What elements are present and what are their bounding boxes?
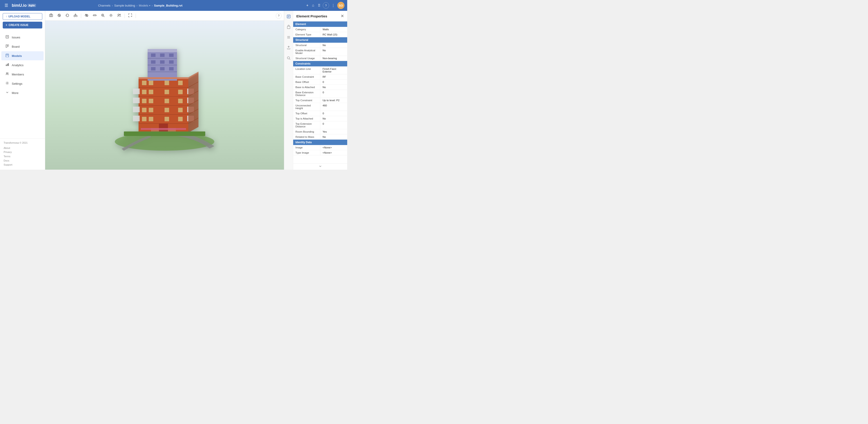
reset-button[interactable]	[64, 12, 71, 20]
collaboration-button[interactable]	[116, 12, 123, 20]
svg-rect-52	[149, 108, 153, 112]
svg-rect-51	[142, 108, 147, 112]
shapes-button[interactable]	[72, 12, 79, 20]
upload-tab[interactable]	[286, 44, 291, 53]
panel-expand-button[interactable]	[293, 163, 347, 170]
panel-close-button[interactable]: ✕	[341, 13, 344, 19]
sidebar-item-issues[interactable]: Issues	[1, 33, 43, 42]
add-button[interactable]: +	[305, 2, 310, 9]
svg-rect-55	[142, 117, 147, 121]
issues-icon	[5, 35, 9, 39]
svg-rect-57	[164, 117, 169, 121]
svg-rect-42	[178, 80, 183, 85]
svg-rect-43	[142, 90, 147, 94]
sidebar-item-board[interactable]: Board	[1, 42, 43, 51]
footer-about[interactable]: About	[4, 146, 41, 150]
settings-icon	[5, 81, 9, 86]
svg-rect-48	[149, 99, 153, 103]
svg-rect-21	[93, 15, 96, 16]
sidebar-label-analytics: Analytics	[12, 63, 24, 67]
svg-rect-92	[124, 131, 205, 136]
svg-rect-49	[164, 99, 169, 103]
footer-support[interactable]: Support	[4, 163, 41, 167]
svg-rect-41	[164, 80, 169, 85]
sidebar-item-members[interactable]: Members	[1, 70, 43, 79]
breadcrumb-channels[interactable]: Channels	[98, 4, 111, 7]
sidebar-label-models: Models	[12, 54, 22, 58]
screenshot-button[interactable]	[48, 12, 55, 20]
svg-rect-68	[148, 58, 177, 59]
help-button[interactable]: ?	[323, 2, 329, 8]
measure-button[interactable]	[91, 12, 98, 20]
svg-rect-78	[160, 67, 164, 70]
svg-rect-79	[169, 67, 174, 70]
building-tab[interactable]	[286, 23, 291, 32]
sidebar-item-more[interactable]: More	[1, 88, 43, 97]
prop-related-mass: Related to Mass No	[293, 134, 347, 140]
svg-rect-40	[149, 80, 153, 85]
upload-model-button[interactable]: ↑ UPLOAD MODEL	[3, 13, 42, 20]
footer-terms[interactable]: Terms	[4, 154, 41, 159]
svg-rect-3	[6, 45, 7, 47]
svg-rect-10	[8, 63, 9, 66]
prop-top-constraint: Top Constraint Up to level: P2	[293, 98, 347, 103]
home-button[interactable]: ⌂	[311, 2, 315, 9]
visibility-button[interactable]	[83, 12, 90, 20]
footer-docs[interactable]: Docs	[4, 159, 41, 163]
fullscreen-button[interactable]	[127, 12, 134, 20]
menu-hamburger[interactable]: ☰	[3, 2, 10, 9]
sidebar: ↑ UPLOAD MODEL + CREATE ISSUE Issues Boa…	[0, 11, 45, 170]
svg-point-101	[287, 57, 289, 59]
svg-rect-90	[138, 77, 188, 79]
sidebar-item-models[interactable]: Models	[1, 51, 43, 60]
explode-button[interactable]	[107, 12, 115, 20]
footer-privacy[interactable]: Privacy	[4, 150, 41, 154]
svg-point-30	[118, 14, 119, 15]
3d-viewer[interactable]	[45, 21, 284, 170]
svg-line-102	[289, 59, 290, 60]
viewer-area: ?	[45, 11, 284, 170]
sidebar-label-members: Members	[12, 73, 24, 76]
breadcrumb-file: Sample_Building.rvt	[154, 4, 182, 7]
toolbar-sep1	[81, 13, 81, 18]
nav-icons: + ⌂ ⠿ ? ⋮ SO	[305, 2, 344, 9]
prop-base-offset: Base Offset 0	[293, 79, 347, 85]
prop-enable-analytical: Enable Analytical Model No	[293, 48, 347, 56]
prop-room-bounding: Room Bounding Yes	[293, 129, 347, 134]
search-tab[interactable]	[286, 54, 291, 63]
svg-rect-50	[178, 99, 183, 103]
prop-structural: Structural No	[293, 43, 347, 48]
panel-side-tabs	[284, 11, 293, 170]
svg-rect-53	[164, 108, 169, 112]
upload-icon: ↑	[6, 15, 7, 18]
create-plus-icon: +	[6, 24, 7, 27]
sidebar-item-analytics[interactable]: Analytics	[1, 61, 43, 70]
prop-image: Image <None>	[293, 145, 347, 150]
svg-point-13	[7, 83, 8, 84]
section-button[interactable]	[56, 12, 63, 20]
breadcrumb: Channels › Sample building › Models ▾ › …	[98, 4, 182, 7]
sidebar-nav: Issues Board Models Analytics	[0, 31, 45, 138]
svg-point-11	[6, 73, 7, 74]
zoom-button[interactable]	[99, 12, 106, 20]
grid-button[interactable]: ⠿	[316, 2, 322, 9]
breadcrumb-sample-building[interactable]: Sample building	[114, 4, 135, 7]
breadcrumb-sep1: ›	[112, 4, 113, 7]
app-body: ↑ UPLOAD MODEL + CREATE ISSUE Issues Boa…	[0, 11, 347, 170]
prop-base-constraint: Base Constraint RF	[293, 74, 347, 79]
svg-rect-60	[133, 98, 140, 103]
create-issue-button[interactable]: + CREATE ISSUE	[3, 22, 42, 29]
more-menu-button[interactable]: ⋮	[330, 2, 336, 9]
svg-rect-4	[7, 45, 8, 46]
breadcrumb-models[interactable]: Models ▾	[139, 4, 150, 7]
user-avatar[interactable]: SO	[337, 2, 344, 9]
prop-unconnected-height: Unconnected Height 460	[293, 103, 347, 111]
svg-point-29	[110, 15, 112, 16]
viewer-help-button[interactable]: ?	[276, 13, 282, 19]
properties-content: Element Category Walls Element Type RC W…	[293, 22, 347, 163]
list-tab[interactable]	[286, 33, 291, 42]
properties-tab[interactable]	[286, 13, 291, 21]
prop-base-extension-dist: Base Extension Distance 0	[293, 90, 347, 98]
sidebar-item-settings[interactable]: Settings	[1, 79, 43, 88]
svg-rect-69	[148, 65, 177, 65]
